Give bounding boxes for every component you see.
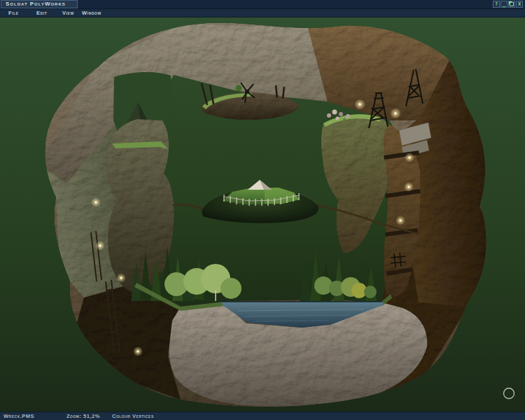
map-editor-canvas[interactable] — [0, 18, 525, 412]
menu-window[interactable]: Window — [82, 10, 102, 16]
restore-icon — [510, 2, 514, 6]
menu-file[interactable]: File — [8, 10, 19, 16]
map-render — [0, 18, 525, 412]
menu-edit[interactable]: Edit — [36, 10, 47, 16]
restore-button[interactable] — [508, 1, 515, 8]
help-button[interactable]: ? — [493, 1, 500, 8]
polyworks-window: Soldat PolyWorks ? _ X File Edit View Wi… — [0, 0, 525, 420]
minimize-button[interactable]: _ — [500, 1, 507, 8]
close-button[interactable]: X — [516, 1, 523, 8]
plant-scenery — [236, 85, 242, 92]
title-bar: Soldat PolyWorks ? _ X — [0, 0, 525, 9]
status-bar: Wreck.PMS Zoom: 51,2% Colour Vertices — [0, 412, 525, 420]
status-filename: Wreck.PMS — [4, 413, 34, 419]
status-zoom: Zoom: 51,2% — [66, 413, 100, 419]
menu-view[interactable]: View — [62, 10, 74, 16]
status-mode: Colour Vertices — [112, 413, 154, 419]
window-title: Soldat PolyWorks — [1, 0, 78, 8]
window-controls: ? _ X — [493, 1, 523, 8]
menu-bar: File Edit View Window — [0, 9, 525, 18]
